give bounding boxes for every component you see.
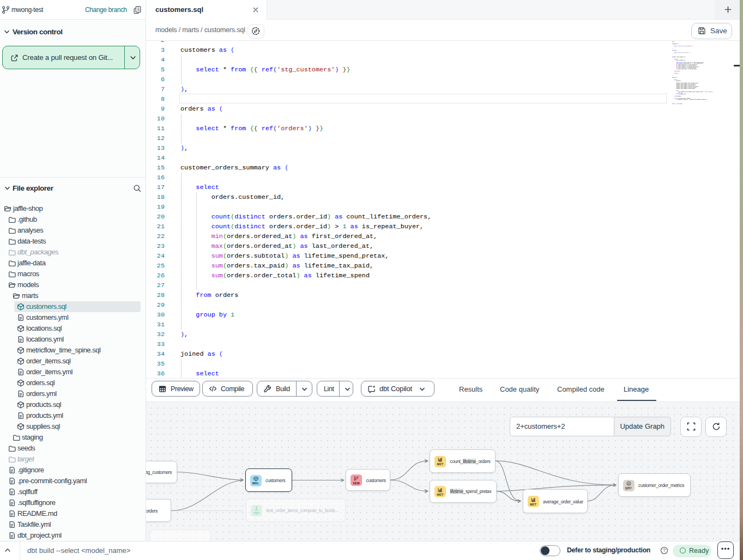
svg-text:?: ? — [663, 547, 666, 553]
svg-text:R: R — [627, 482, 630, 485]
